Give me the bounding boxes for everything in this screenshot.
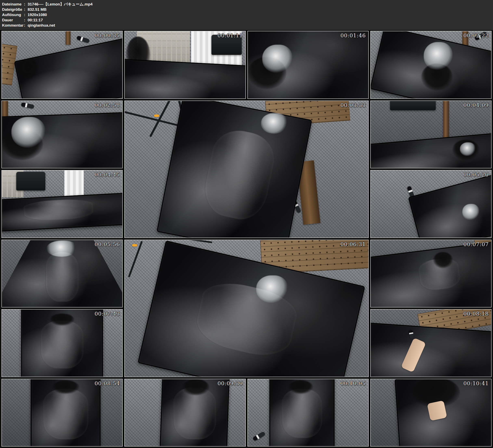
timestamp-overlay: 00:03:33 <box>340 102 366 108</box>
timestamp-overlay: 00:10:41 <box>463 380 489 386</box>
timestamp-overlay: 00:02:58 <box>94 102 120 108</box>
video-thumbnail: 00:01:46 <box>247 31 369 99</box>
timestamp-overlay: 00:05:56 <box>94 241 120 247</box>
thumbnail-grid: 00:00:35 00:01:11 00:01:46 00:02:22 <box>0 30 493 448</box>
timestamp-overlay: 00:09:30 <box>218 380 243 386</box>
file-info-row: Kommentar:qinglanhua.net <box>2 23 493 28</box>
timestamp-overlay: 00:04:45 <box>94 172 120 178</box>
figure-outline <box>281 389 323 438</box>
video-thumbnail: 00:00:35 <box>1 31 123 99</box>
timestamp-overlay: 00:08:18 <box>463 311 489 317</box>
video-thumbnail: 00:10:05 <box>247 379 369 447</box>
metal-shelf <box>390 101 436 110</box>
timestamp-overlay: 00:05:20 <box>463 172 489 178</box>
file-info-row: Dateiname:31746----【Lemon】バキューム.mp4 <box>2 2 493 7</box>
figure-outline <box>43 389 89 439</box>
hair-silhouette <box>433 252 453 268</box>
timestamp-overlay: 00:07:43 <box>94 311 120 317</box>
timestamp-overlay: 00:02:22 <box>463 33 489 39</box>
timestamp-overlay: 00:01:11 <box>218 33 243 39</box>
plastic-hood <box>460 142 476 156</box>
timestamp-overlay: 00:08:54 <box>94 380 120 386</box>
field-separator: : <box>24 23 28 28</box>
timestamp-overlay: 00:04:09 <box>463 102 489 108</box>
video-thumbnail: 00:05:20 <box>370 170 492 238</box>
field-separator: : <box>24 2 28 7</box>
video-thumbnail: 00:03:33 <box>124 101 369 238</box>
field-value: 1920x1080 <box>28 12 493 17</box>
video-thumbnail: 00:10:41 <box>370 379 492 447</box>
video-thumbnail: 00:04:45 <box>1 170 123 238</box>
file-info-row: Auflösung:1920x1080 <box>2 12 493 17</box>
vinyl-bed <box>124 59 246 99</box>
video-thumbnail: 00:04:09 <box>370 101 492 168</box>
field-separator: : <box>24 17 28 23</box>
black-sofa <box>16 172 45 191</box>
plastic-hood <box>462 204 479 220</box>
field-label: Dateiname <box>2 2 24 7</box>
hair-silhouette <box>52 380 79 394</box>
file-info-row: Dateigröße:832.51 MB <box>2 7 493 12</box>
field-value: 832.51 MB <box>28 7 493 12</box>
timestamp-overlay: 00:00:35 <box>94 33 120 39</box>
vinyl-bed <box>370 322 492 377</box>
field-separator: : <box>24 12 28 17</box>
hair-silhouette <box>50 314 74 325</box>
timestamp-overlay: 00:07:07 <box>463 241 489 247</box>
figure-outline <box>40 320 84 369</box>
video-thumbnail: 00:07:07 <box>370 240 492 308</box>
field-label: Kommentar <box>2 23 24 28</box>
field-label: Dauer <box>2 17 24 23</box>
field-value: qinglanhua.net <box>28 23 493 28</box>
figure-outline <box>45 252 79 302</box>
scissors <box>154 114 159 117</box>
video-thumbnail: 00:07:43 <box>1 309 123 377</box>
timestamp-overlay: 00:10:05 <box>340 380 366 386</box>
file-info-header: Dateiname:31746----【Lemon】バキューム.mp4 Date… <box>0 0 493 30</box>
scissors <box>132 244 137 246</box>
field-value: 00:11:17 <box>28 17 493 23</box>
field-value: 31746----【Lemon】バキューム.mp4 <box>28 2 493 7</box>
hair-silhouette <box>289 380 313 394</box>
video-thumbnail: 00:08:18 <box>370 309 492 377</box>
field-label: Dateigröße <box>2 7 24 12</box>
video-thumbnail: 00:06:31 <box>124 240 369 377</box>
video-thumbnail: 00:02:58 <box>1 101 123 168</box>
hair-silhouette <box>19 59 38 78</box>
hair-silhouette <box>183 379 209 395</box>
hand-arm <box>427 400 447 421</box>
video-thumbnail: 00:08:54 <box>1 379 123 447</box>
field-separator: : <box>24 7 28 12</box>
contact-sheet: Dateiname:31746----【Lemon】バキューム.mp4 Date… <box>0 0 493 448</box>
video-thumbnail: 00:09:30 <box>124 379 246 447</box>
video-thumbnail: 00:05:56 <box>1 240 123 308</box>
field-label: Auflösung <box>2 12 24 17</box>
video-thumbnail: 00:02:22 <box>370 31 492 99</box>
video-thumbnail: 00:01:11 <box>124 31 246 99</box>
timestamp-overlay: 00:01:46 <box>340 33 366 39</box>
wood-post <box>66 31 70 45</box>
file-info-row: Dauer:00:11:17 <box>2 17 493 23</box>
timestamp-overlay: 00:06:31 <box>340 241 366 247</box>
